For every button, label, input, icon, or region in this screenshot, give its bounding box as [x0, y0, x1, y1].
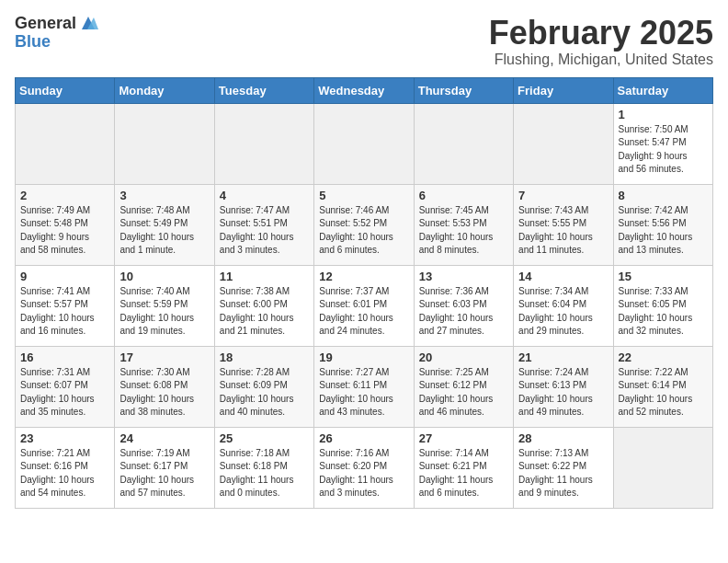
calendar-cell: 20Sunrise: 7:25 AM Sunset: 6:12 PM Dayli… — [414, 346, 513, 427]
day-number: 21 — [518, 350, 608, 364]
calendar-week-row: 1Sunrise: 7:50 AM Sunset: 5:47 PM Daylig… — [16, 103, 713, 184]
day-info: Sunrise: 7:46 AM Sunset: 5:52 PM Dayligh… — [319, 204, 408, 258]
day-number: 12 — [319, 270, 408, 283]
calendar-cell: 28Sunrise: 7:13 AM Sunset: 6:22 PM Dayli… — [514, 427, 613, 508]
day-info: Sunrise: 7:19 AM Sunset: 6:17 PM Dayligh… — [119, 447, 209, 500]
calendar-cell: 10Sunrise: 7:40 AM Sunset: 5:59 PM Dayli… — [115, 265, 214, 346]
day-number: 23 — [20, 431, 109, 445]
day-number: 11 — [220, 270, 309, 283]
day-info: Sunrise: 7:14 AM Sunset: 6:21 PM Dayligh… — [419, 447, 508, 500]
logo-blue: Blue — [15, 33, 98, 52]
day-number: 28 — [518, 431, 608, 445]
day-number: 17 — [119, 350, 209, 364]
day-info: Sunrise: 7:38 AM Sunset: 6:00 PM Dayligh… — [220, 285, 309, 339]
day-info: Sunrise: 7:21 AM Sunset: 6:16 PM Dayligh… — [20, 447, 109, 500]
calendar-cell: 12Sunrise: 7:37 AM Sunset: 6:01 PM Dayli… — [314, 265, 414, 346]
weekday-header-wednesday: Wednesday — [314, 77, 414, 103]
day-info: Sunrise: 7:24 AM Sunset: 6:13 PM Dayligh… — [518, 366, 608, 419]
calendar-cell: 5Sunrise: 7:46 AM Sunset: 5:52 PM Daylig… — [314, 184, 414, 265]
day-number: 8 — [619, 189, 708, 202]
calendar-cell — [214, 103, 313, 184]
day-number: 10 — [119, 270, 209, 283]
calendar-cell: 16Sunrise: 7:31 AM Sunset: 6:07 PM Dayli… — [16, 346, 115, 427]
calendar-cell: 11Sunrise: 7:38 AM Sunset: 6:00 PM Dayli… — [214, 265, 313, 346]
day-number: 24 — [119, 431, 209, 445]
day-info: Sunrise: 7:43 AM Sunset: 5:55 PM Dayligh… — [518, 204, 608, 258]
day-info: Sunrise: 7:18 AM Sunset: 6:18 PM Dayligh… — [220, 447, 309, 500]
location-title: Flushing, Michigan, United States — [489, 52, 713, 68]
day-number: 26 — [319, 431, 408, 445]
day-number: 19 — [319, 350, 408, 364]
day-info: Sunrise: 7:50 AM Sunset: 5:47 PM Dayligh… — [619, 123, 708, 177]
day-number: 2 — [20, 189, 109, 202]
calendar-cell: 22Sunrise: 7:22 AM Sunset: 6:14 PM Dayli… — [613, 346, 712, 427]
title-block: February 2025 Flushing, Michigan, United… — [489, 15, 713, 68]
day-info: Sunrise: 7:31 AM Sunset: 6:07 PM Dayligh… — [20, 366, 109, 419]
calendar-cell — [613, 427, 712, 508]
day-info: Sunrise: 7:22 AM Sunset: 6:14 PM Dayligh… — [619, 366, 708, 419]
calendar-cell: 24Sunrise: 7:19 AM Sunset: 6:17 PM Dayli… — [115, 427, 214, 508]
calendar-cell: 17Sunrise: 7:30 AM Sunset: 6:08 PM Dayli… — [115, 346, 214, 427]
calendar-cell: 14Sunrise: 7:34 AM Sunset: 6:04 PM Dayli… — [514, 265, 613, 346]
calendar-week-row: 23Sunrise: 7:21 AM Sunset: 6:16 PM Dayli… — [16, 427, 713, 508]
day-info: Sunrise: 7:34 AM Sunset: 6:04 PM Dayligh… — [518, 285, 608, 339]
day-number: 14 — [518, 270, 608, 283]
day-info: Sunrise: 7:16 AM Sunset: 6:20 PM Dayligh… — [319, 447, 408, 500]
calendar-cell: 27Sunrise: 7:14 AM Sunset: 6:21 PM Dayli… — [414, 427, 513, 508]
weekday-header-thursday: Thursday — [414, 77, 513, 103]
day-number: 20 — [419, 350, 508, 364]
day-number: 7 — [518, 189, 608, 202]
day-info: Sunrise: 7:48 AM Sunset: 5:49 PM Dayligh… — [119, 204, 209, 258]
day-number: 15 — [619, 270, 708, 283]
calendar-cell: 15Sunrise: 7:33 AM Sunset: 6:05 PM Dayli… — [613, 265, 712, 346]
month-title: February 2025 — [489, 15, 713, 52]
calendar-cell: 19Sunrise: 7:27 AM Sunset: 6:11 PM Dayli… — [314, 346, 414, 427]
calendar-cell: 26Sunrise: 7:16 AM Sunset: 6:20 PM Dayli… — [314, 427, 414, 508]
day-info: Sunrise: 7:33 AM Sunset: 6:05 PM Dayligh… — [619, 285, 708, 339]
day-number: 16 — [20, 350, 109, 364]
day-info: Sunrise: 7:30 AM Sunset: 6:08 PM Dayligh… — [119, 366, 209, 419]
day-number: 5 — [319, 189, 408, 202]
day-info: Sunrise: 7:45 AM Sunset: 5:53 PM Dayligh… — [419, 204, 508, 258]
day-number: 25 — [220, 431, 309, 445]
calendar-cell: 1Sunrise: 7:50 AM Sunset: 5:47 PM Daylig… — [613, 103, 712, 184]
calendar-cell — [514, 103, 613, 184]
weekday-header-monday: Monday — [115, 77, 214, 103]
day-info: Sunrise: 7:40 AM Sunset: 5:59 PM Dayligh… — [119, 285, 209, 339]
logo: General Blue — [15, 15, 98, 52]
calendar-cell: 13Sunrise: 7:36 AM Sunset: 6:03 PM Dayli… — [414, 265, 513, 346]
day-number: 22 — [619, 350, 708, 364]
page-header: General Blue February 2025 Flushing, Mic… — [15, 15, 713, 68]
calendar-cell: 18Sunrise: 7:28 AM Sunset: 6:09 PM Dayli… — [214, 346, 313, 427]
day-info: Sunrise: 7:49 AM Sunset: 5:48 PM Dayligh… — [20, 204, 109, 258]
weekday-header-saturday: Saturday — [613, 77, 712, 103]
calendar-cell: 6Sunrise: 7:45 AM Sunset: 5:53 PM Daylig… — [414, 184, 513, 265]
day-info: Sunrise: 7:36 AM Sunset: 6:03 PM Dayligh… — [419, 285, 508, 339]
calendar-table: SundayMondayTuesdayWednesdayThursdayFrid… — [15, 77, 713, 509]
day-info: Sunrise: 7:37 AM Sunset: 6:01 PM Dayligh… — [319, 285, 408, 339]
weekday-header-row: SundayMondayTuesdayWednesdayThursdayFrid… — [16, 77, 713, 103]
calendar-cell — [115, 103, 214, 184]
day-number: 27 — [419, 431, 508, 445]
day-info: Sunrise: 7:28 AM Sunset: 6:09 PM Dayligh… — [220, 366, 309, 419]
calendar-cell — [414, 103, 513, 184]
logo-general: General — [15, 15, 76, 33]
day-number: 6 — [419, 189, 508, 202]
day-number: 3 — [119, 189, 209, 202]
day-info: Sunrise: 7:27 AM Sunset: 6:11 PM Dayligh… — [319, 366, 408, 419]
day-info: Sunrise: 7:25 AM Sunset: 6:12 PM Dayligh… — [419, 366, 508, 419]
weekday-header-sunday: Sunday — [16, 77, 115, 103]
calendar-cell: 8Sunrise: 7:42 AM Sunset: 5:56 PM Daylig… — [613, 184, 712, 265]
day-info: Sunrise: 7:47 AM Sunset: 5:51 PM Dayligh… — [220, 204, 309, 258]
day-info: Sunrise: 7:42 AM Sunset: 5:56 PM Dayligh… — [619, 204, 708, 258]
day-number: 4 — [220, 189, 309, 202]
weekday-header-friday: Friday — [514, 77, 613, 103]
day-info: Sunrise: 7:13 AM Sunset: 6:22 PM Dayligh… — [518, 447, 608, 500]
calendar-cell — [314, 103, 414, 184]
day-info: Sunrise: 7:41 AM Sunset: 5:57 PM Dayligh… — [20, 285, 109, 339]
weekday-header-tuesday: Tuesday — [214, 77, 313, 103]
calendar-week-row: 2Sunrise: 7:49 AM Sunset: 5:48 PM Daylig… — [16, 184, 713, 265]
day-number: 18 — [220, 350, 309, 364]
day-number: 13 — [419, 270, 508, 283]
calendar-cell: 4Sunrise: 7:47 AM Sunset: 5:51 PM Daylig… — [214, 184, 313, 265]
